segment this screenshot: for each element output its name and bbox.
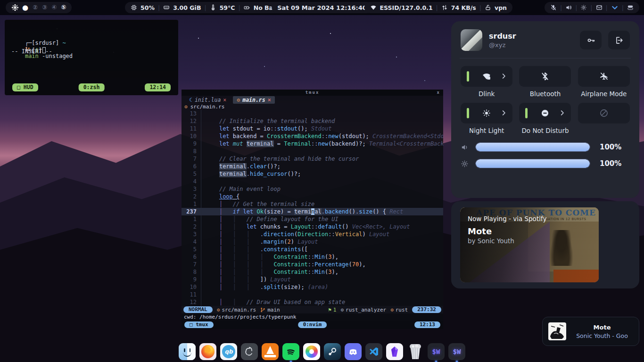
- editor-window[interactable]: tmux x ☾ init.lua × ⚙ main.rs × ⚙ src/ma…: [182, 90, 443, 329]
- vpn-lock-icon: [485, 4, 491, 11]
- layout-switcher-icon[interactable]: [627, 4, 634, 11]
- toggle-airplane-mode[interactable]: [578, 66, 630, 87]
- speaker-icon[interactable]: [565, 4, 572, 11]
- dock-item-photos[interactable]: [303, 343, 320, 360]
- dock-item-qbittorrent[interactable]: qb: [220, 343, 237, 360]
- network-pill[interactable]: ESSID/127.0.0.1 | 74 KB/s | vpn: [364, 2, 512, 13]
- tab-close-icon[interactable]: ×: [223, 97, 226, 103]
- tmux-session-pill[interactable]: □ tmux: [184, 321, 214, 328]
- toggle-label: Bluetooth: [530, 90, 561, 98]
- code-line[interactable]: 6 terminal.clear()?;: [182, 163, 443, 170]
- code-line[interactable]: 7 │ │ │ │ Constraint::Percentage(70),: [182, 261, 443, 268]
- code-line[interactable]: 10 │ │ │ .split(size); (area): [182, 283, 443, 291]
- window-close-button[interactable]: x: [437, 90, 439, 96]
- microphone-muted-icon[interactable]: [550, 4, 557, 11]
- editor-statusline: NORMAL ⚙src/main.rs main ⚑1 ⚙rust_analyz…: [182, 306, 443, 313]
- dock-item-wezterm-2[interactable]: $W: [448, 343, 465, 360]
- line-number: 1: [182, 200, 201, 208]
- chevron-down-icon[interactable]: [611, 4, 619, 11]
- code-line[interactable]: 3 │ │ │ .direction(Direction::Vertical) …: [182, 230, 443, 238]
- code-buffer[interactable]: 1312 // Initialize the terminal backend1…: [182, 110, 443, 306]
- dock-item-spotify[interactable]: [282, 343, 299, 360]
- code-line[interactable]: 12 │ │ // Draw UI based on app state: [182, 298, 443, 306]
- code-line[interactable]: 4 │ │ │ .margin(2) Layout: [182, 238, 443, 246]
- memory-usage: 3.00 GiB: [173, 4, 201, 11]
- user-name: srdusr: [489, 32, 573, 41]
- code-line[interactable]: 6 │ │ │ │ Constraint::Min(3),: [182, 253, 443, 261]
- tmux-statusbar: □ tmux 0:nvim 12:13: [182, 321, 443, 329]
- winbar-file-path: src/main.rs: [190, 104, 225, 110]
- code-line[interactable]: 237 │ if let Ok(size) = terminal.backend…: [182, 208, 443, 215]
- workspace-2[interactable]: ②: [33, 2, 38, 13]
- notification-toast[interactable]: Mote Sonic Youth - Goo: [542, 317, 639, 346]
- code-line[interactable]: 5 │ │ │ .constraints([: [182, 246, 443, 253]
- code-line[interactable]: 9 let mut terminal = Terminal::new(backe…: [182, 140, 443, 148]
- dock-item-wezterm[interactable]: $W: [428, 343, 445, 360]
- tmux-window-pill[interactable]: 0:zsh: [79, 83, 105, 91]
- chevron-right-icon[interactable]: [500, 73, 507, 80]
- code-line[interactable]: 3 // Main event loop: [182, 185, 443, 193]
- dock-item-steam[interactable]: [324, 343, 341, 360]
- brightness-icon[interactable]: [461, 160, 469, 168]
- tmux-clock-pill: 12:13: [414, 321, 440, 328]
- toggle-bluetooth[interactable]: [519, 66, 571, 87]
- brightness-slider[interactable]: [475, 159, 590, 168]
- code-line[interactable]: 11: [182, 291, 443, 298]
- code-line[interactable]: 4: [182, 178, 443, 185]
- volume-icon[interactable]: [461, 143, 469, 151]
- chevron-right-icon[interactable]: [559, 109, 566, 116]
- blocked-icon: [599, 108, 609, 118]
- code-line[interactable]: 12 // Initialize the terminal backend: [182, 117, 443, 125]
- airplane-off-icon: [599, 72, 609, 81]
- album-art[interactable]: APE OF PUNK TO COME A CHIMERICAL BOMBINA…: [460, 207, 599, 282]
- tab-init-lua[interactable]: ☾ init.lua ×: [185, 96, 230, 104]
- dock-item-vlc[interactable]: [262, 343, 279, 360]
- code-line[interactable]: 2 │ │ let chunks = Layout::default() Vec…: [182, 223, 443, 230]
- workspace-3[interactable]: ③: [42, 2, 47, 13]
- cursor-position-badge: 237:32: [412, 306, 441, 313]
- code-line[interactable]: 8: [182, 148, 443, 155]
- chevron-right-icon[interactable]: [500, 109, 507, 116]
- terminal-window[interactable]: ┌─[srdusr] ~ main -unstaged └─[$] -- INS…: [5, 20, 178, 95]
- clock-pill[interactable]: Sat 09 Mar 2024 12:16:40: [272, 2, 372, 13]
- code-line[interactable]: 13: [182, 110, 443, 117]
- workspace-5[interactable]: ⑤: [61, 2, 66, 13]
- workspace-4[interactable]: ④: [51, 2, 57, 13]
- code-line[interactable]: 2 loop {: [182, 193, 443, 200]
- tab-close-icon[interactable]: ×: [268, 97, 271, 103]
- toggle-dlink[interactable]: [461, 66, 512, 87]
- dock-item-file-manager[interactable]: [179, 343, 196, 360]
- logout-button[interactable]: [608, 31, 630, 49]
- toggle-night-light[interactable]: [461, 103, 512, 123]
- dock-item-discord[interactable]: [345, 343, 362, 360]
- tray-pill: | | | | |: [545, 2, 639, 13]
- dock-item-obs[interactable]: [241, 343, 258, 360]
- toggle-do-not-disturb[interactable]: [519, 103, 571, 123]
- dock-item-obsidian[interactable]: [386, 343, 403, 360]
- datetime: Sat 09 Mar 2024 12:16:40: [277, 4, 367, 11]
- workspace-1[interactable]: ●: [22, 2, 28, 13]
- code-line[interactable]: 7 // Clear the terminal and hide the cur…: [182, 155, 443, 163]
- dock-item-trash[interactable]: [407, 343, 424, 360]
- code-line[interactable]: 8 │ │ │ │ Constraint::Min(3),: [182, 268, 443, 276]
- code-line[interactable]: 5 terminal.hide_cursor()?;: [182, 170, 443, 178]
- code-line[interactable]: 11 let stdout = io::stdout(); Stdout: [182, 125, 443, 132]
- code-line[interactable]: 1 │ │ // Define layout for the UI: [182, 215, 443, 223]
- tmux-session-pill[interactable]: □ HUD: [12, 83, 38, 91]
- cwd-line: cwd: /home/srdusr/projects/typerpunk: [182, 313, 443, 321]
- code-line[interactable]: 1 │ // Get the terminal size: [182, 200, 443, 208]
- tmux-window-pill[interactable]: 0:nvim: [298, 321, 327, 328]
- settings-gear-icon[interactable]: [580, 4, 587, 11]
- volume-slider[interactable]: [475, 142, 590, 152]
- distro-logo-icon[interactable]: [11, 4, 19, 11]
- lock-keys-button[interactable]: [580, 31, 602, 49]
- code-line[interactable]: 9 │ │ │ ]) Layout: [182, 276, 443, 283]
- code-line[interactable]: 10 let backend = CrosstermBackend::new(s…: [182, 132, 443, 140]
- dock-item-firefox[interactable]: [199, 343, 216, 360]
- toggle-blocked[interactable]: [578, 103, 630, 123]
- mail-icon[interactable]: [596, 4, 603, 11]
- dock-item-vscode[interactable]: [365, 343, 382, 360]
- tab-main-rs[interactable]: ⚙ main.rs ×: [233, 96, 274, 104]
- toggle-label: Do Not Disturb: [521, 127, 569, 135]
- line-number: 6: [182, 163, 201, 170]
